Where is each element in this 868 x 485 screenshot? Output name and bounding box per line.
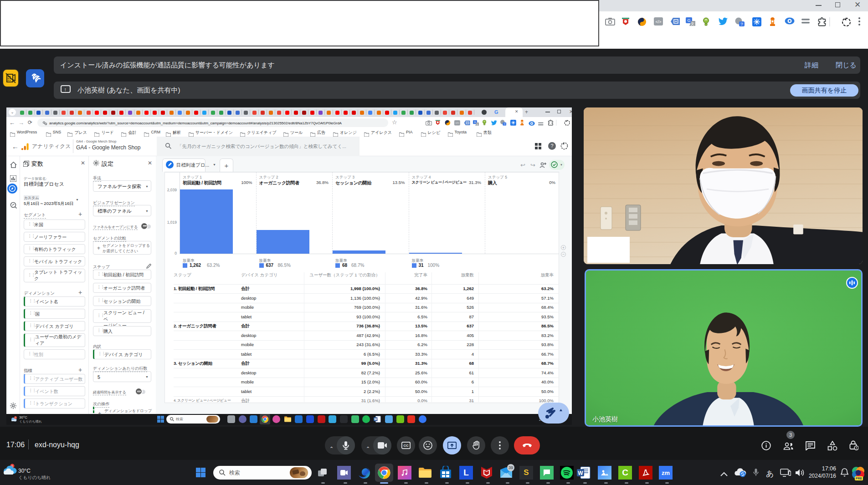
svg-text:?: ? (740, 22, 743, 26)
svg-text:CC: CC (404, 444, 409, 448)
svg-text:G: G (687, 18, 690, 23)
svg-text:!: ! (15, 416, 15, 419)
svg-text:</>: </> (455, 122, 459, 125)
svg-text:W: W (578, 470, 583, 476)
svg-text:?: ? (504, 123, 505, 125)
svg-text:W: W (374, 418, 377, 421)
svg-text:文: 文 (476, 123, 478, 125)
svg-text:PRE: PRE (856, 477, 863, 480)
svg-text:文: 文 (691, 22, 694, 26)
svg-text:</>: </> (655, 20, 661, 24)
